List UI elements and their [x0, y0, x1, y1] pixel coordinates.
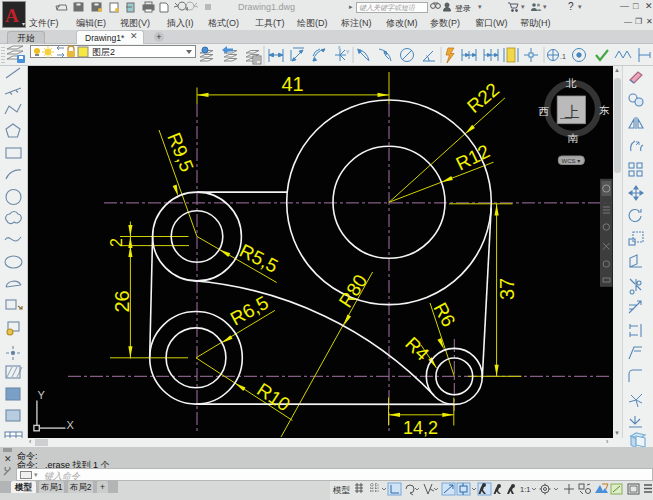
svg-text:南: 南 [568, 132, 579, 144]
svg-text:X: X [67, 419, 75, 431]
svg-text:2: 2 [108, 238, 125, 247]
svg-text:x: x [338, 44, 341, 50]
svg-text:北: 北 [565, 77, 577, 89]
svg-text:14,2: 14,2 [403, 418, 438, 438]
svg-text:WCS ▾: WCS ▾ [562, 158, 581, 164]
svg-text:模型: 模型 [332, 485, 351, 495]
svg-text:.1: .1 [560, 53, 566, 60]
svg-text:图层2: 图层2 [92, 47, 115, 57]
svg-text:西: 西 [539, 105, 550, 117]
svg-text:东: 东 [599, 104, 610, 116]
svg-text:37: 37 [496, 278, 518, 300]
svg-text:1:1: 1:1 [520, 485, 530, 494]
svg-text:Y: Y [38, 389, 46, 401]
svg-text:Y: Y [346, 49, 350, 55]
svg-text:26: 26 [111, 290, 133, 312]
svg-text:上: 上 [565, 103, 580, 120]
svg-text:41: 41 [282, 73, 304, 95]
